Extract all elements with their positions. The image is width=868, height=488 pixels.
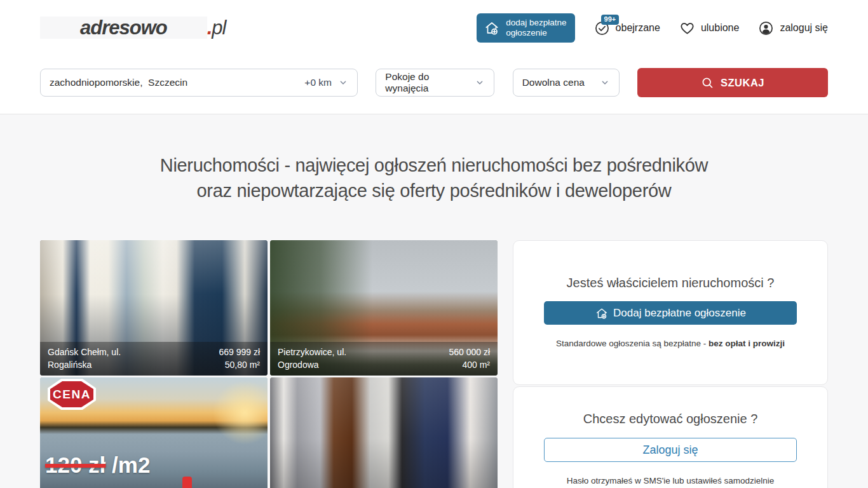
listing-info-strip: Pietrzykowice, ul. Ogrodowa 560 000 zł 4…: [270, 342, 498, 376]
magnifier-icon: [701, 76, 714, 90]
listings-grid: Gdańsk Chełm, ul. Rogalińska 669 999 zł …: [40, 240, 498, 488]
price-value: Dowolna cena: [522, 77, 585, 88]
viewed-link[interactable]: 99+ obejrzane: [594, 20, 660, 36]
search-bar: zachodniopomorskie, Szczecin +0 km Pokoj…: [0, 56, 868, 114]
listing-photo: [270, 377, 498, 488]
sidebar-login-button[interactable]: Zaloguj się: [544, 438, 797, 462]
edit-panel-note: Hasło otrzymałeś w SMS'ie lub ustawiłeś …: [544, 476, 797, 485]
location-input[interactable]: zachodniopomorskie, Szczecin +0 km: [40, 69, 358, 97]
listing-area: 400 m²: [449, 358, 490, 371]
house-plus-icon: [595, 306, 609, 320]
listing-card-elganowo[interactable]: CENA 120 zł /m2 Elganowo 253 000 zł: [40, 377, 268, 488]
listing-location: Pietrzykowice, ul. Ogrodowa: [278, 346, 346, 371]
edit-panel-title: Chcesz edytować ogłoszenie ?: [544, 412, 797, 426]
sidebar-add-listing-button[interactable]: Dodaj bezpłatne ogłoszenie: [544, 301, 797, 325]
owner-panel-note: Standardowe ogłoszenia są bezpłatne - be…: [544, 339, 797, 348]
check-circle-icon: 99+: [594, 20, 610, 36]
page-title-line2: oraz niepowtarzające się oferty pośredni…: [40, 178, 828, 203]
chevron-down-icon: [475, 78, 485, 88]
page-title: Nieruchomości - najwięcej ogłoszeń nieru…: [40, 114, 828, 203]
listing-card-warszawa[interactable]: Warszawa Praga-Północ 550 000 zł: [270, 377, 498, 488]
owner-panel-title: Jesteś właścicielem nieruchomości ?: [544, 276, 797, 290]
sidebar-add-listing-label: Dodaj bezpłatne ogłoszenie: [613, 307, 746, 320]
logo-name: adresowo: [40, 17, 207, 39]
listing-price-area: 560 000 zł 400 m²: [449, 346, 490, 371]
add-listing-label: dodaj bezpłatne ogłoszenie: [506, 18, 566, 38]
page-title-line1: Nieruchomości - najwięcej ogłoszeń nieru…: [40, 152, 828, 178]
edit-panel: Chcesz edytować ogłoszenie ? Zaloguj się…: [513, 386, 828, 488]
favorites-label: ulubione: [701, 22, 740, 34]
logo-tld: pl: [212, 17, 226, 39]
house-plus-icon: [484, 20, 500, 36]
exclamation-mark-icon: [182, 477, 192, 488]
add-listing-button[interactable]: dodaj bezpłatne ogłoszenie: [477, 13, 574, 43]
viewed-count-badge: 99+: [601, 15, 620, 25]
owner-panel: Jesteś właścicielem nieruchomości ? Doda…: [513, 240, 828, 385]
login-link[interactable]: zaloguj się: [758, 20, 828, 36]
chevron-down-icon: [338, 78, 348, 88]
price-alert-badge: CENA: [48, 379, 96, 410]
heart-icon: [679, 20, 695, 36]
favorites-link[interactable]: ulubione: [679, 20, 740, 36]
header: adresowo.pl dodaj bezpłatne ogłoszenie: [0, 0, 868, 56]
price-select[interactable]: Dowolna cena: [513, 69, 620, 97]
radius-dropdown[interactable]: +0 km: [304, 77, 348, 88]
listing-area: 50,80 m²: [219, 358, 260, 371]
location-value: zachodniopomorskie, Szczecin: [50, 77, 187, 88]
price-per-m2-overlay: 120 zł /m2: [45, 452, 150, 478]
sidebar: Jesteś właścicielem nieruchomości ? Doda…: [513, 240, 828, 488]
search-button-label: SZUKAJ: [721, 77, 764, 89]
listing-location: Gdańsk Chełm, ul. Rogalińska: [48, 346, 121, 371]
logo[interactable]: adresowo.pl: [40, 17, 226, 39]
login-label: zaloguj się: [780, 22, 828, 34]
listing-price: 669 999 zł: [219, 346, 260, 358]
property-type-value: Pokoje do wynajęcia: [385, 71, 475, 94]
content-row: Gdańsk Chełm, ul. Rogalińska 669 999 zł …: [40, 240, 828, 488]
listing-info-strip: Gdańsk Chełm, ul. Rogalińska 669 999 zł …: [40, 342, 268, 376]
listing-price: 560 000 zł: [449, 346, 490, 358]
listing-card-pietrzykowice[interactable]: Pietrzykowice, ul. Ogrodowa 560 000 zł 4…: [270, 240, 498, 376]
listing-card-gdansk[interactable]: Gdańsk Chełm, ul. Rogalińska 669 999 zł …: [40, 240, 268, 376]
viewed-label: obejrzane: [616, 22, 660, 34]
header-actions: dodaj bezpłatne ogłoszenie 99+ obejrzane…: [477, 13, 828, 43]
user-circle-icon: [758, 20, 774, 36]
chevron-down-icon: [600, 78, 610, 88]
radius-value: +0 km: [304, 77, 332, 88]
search-button[interactable]: SZUKAJ: [637, 68, 828, 97]
main-content: Nieruchomości - najwięcej ogłoszeń nieru…: [0, 114, 868, 488]
sidebar-login-label: Zaloguj się: [642, 444, 698, 457]
property-type-select[interactable]: Pokoje do wynajęcia: [376, 69, 494, 97]
listing-price-area: 669 999 zł 50,80 m²: [219, 346, 260, 371]
